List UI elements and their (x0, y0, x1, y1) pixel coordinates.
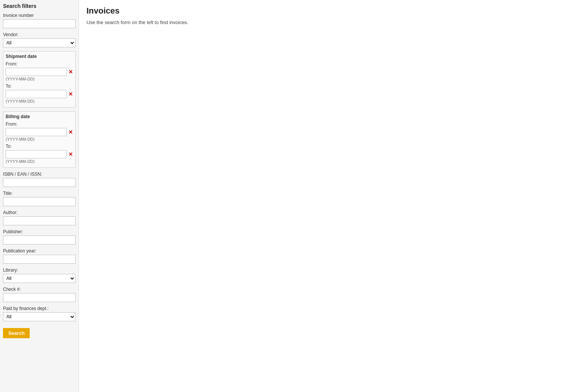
paid-by-finances-select[interactable]: All (3, 312, 76, 321)
isbn-input[interactable] (3, 178, 76, 187)
billing-to-clear-button[interactable]: ✕ (68, 152, 73, 157)
publication-year-group: Publication year: (3, 248, 76, 264)
billing-date-section: Billing date From: ✕ (YYYY-MM-DD) To: ✕ … (3, 111, 76, 168)
publisher-input[interactable] (3, 236, 76, 245)
page-title: Invoices (86, 6, 580, 16)
title-group: Title: (3, 191, 76, 206)
library-select[interactable]: All (3, 274, 76, 283)
vendor-group: Vendor: All (3, 32, 76, 47)
shipment-to-clear-button[interactable]: ✕ (68, 91, 73, 97)
shipment-from-hint: (YYYY-MM-DD) (6, 77, 73, 81)
search-filters-title: Search filters (3, 3, 76, 9)
isbn-group: ISBN / EAN / ISSN: (3, 172, 76, 187)
billing-from-hint: (YYYY-MM-DD) (6, 137, 73, 141)
billing-from-clear-button[interactable]: ✕ (68, 129, 73, 135)
page-description: Use the search form on the left to find … (86, 20, 580, 25)
publisher-group: Publisher: (3, 229, 76, 245)
shipment-from-wrapper: ✕ (6, 68, 73, 76)
library-group: Library: All (3, 267, 76, 283)
library-label: Library: (3, 267, 76, 273)
shipment-to-input[interactable] (6, 90, 67, 98)
isbn-label: ISBN / EAN / ISSN: (3, 172, 76, 177)
shipment-to-hint: (YYYY-MM-DD) (6, 99, 73, 103)
author-group: Author: (3, 210, 76, 225)
billing-to-hint: (YYYY-MM-DD) (6, 159, 73, 164)
billing-date-title: Billing date (6, 114, 73, 119)
billing-to-wrapper: ✕ (6, 150, 73, 158)
invoice-number-input[interactable] (3, 19, 76, 28)
check-hash-label: Check #: (3, 287, 76, 292)
billing-to-label: To: (6, 144, 73, 149)
shipment-to-label: To: (6, 84, 73, 89)
publisher-label: Publisher: (3, 229, 76, 234)
invoice-number-group: Invoice number (3, 13, 76, 28)
shipment-from-clear-button[interactable]: ✕ (68, 69, 73, 74)
title-input[interactable] (3, 197, 76, 206)
publication-year-label: Publication year: (3, 248, 76, 254)
paid-by-finances-label: Paid by finances dept.: (3, 306, 76, 311)
author-label: Author: (3, 210, 76, 215)
vendor-select[interactable]: All (3, 38, 76, 47)
publication-year-input[interactable] (3, 255, 76, 264)
billing-from-input[interactable] (6, 128, 67, 136)
billing-from-wrapper: ✕ (6, 128, 73, 136)
shipment-date-title: Shipment date (6, 54, 73, 59)
title-label: Title: (3, 191, 76, 196)
sidebar: Search filters Invoice number Vendor: Al… (0, 0, 79, 392)
shipment-from-label: From: (6, 61, 73, 67)
billing-to-row: To: ✕ (YYYY-MM-DD) (6, 144, 73, 164)
paid-by-finances-group: Paid by finances dept.: All (3, 306, 76, 321)
author-input[interactable] (3, 216, 76, 225)
invoice-number-label: Invoice number (3, 13, 76, 18)
search-button[interactable]: Search (3, 328, 30, 338)
main-content: Invoices Use the search form on the left… (79, 0, 588, 392)
billing-from-row: From: ✕ (YYYY-MM-DD) (6, 122, 73, 141)
shipment-date-section: Shipment date From: ✕ (YYYY-MM-DD) To: ✕… (3, 51, 76, 108)
shipment-to-wrapper: ✕ (6, 90, 73, 98)
shipment-from-input[interactable] (6, 68, 67, 76)
shipment-to-row: To: ✕ (YYYY-MM-DD) (6, 84, 73, 103)
shipment-from-row: From: ✕ (YYYY-MM-DD) (6, 61, 73, 81)
vendor-label: Vendor: (3, 32, 76, 37)
check-hash-input[interactable] (3, 293, 76, 302)
billing-from-label: From: (6, 122, 73, 127)
check-hash-group: Check #: (3, 287, 76, 302)
billing-to-input[interactable] (6, 150, 67, 158)
